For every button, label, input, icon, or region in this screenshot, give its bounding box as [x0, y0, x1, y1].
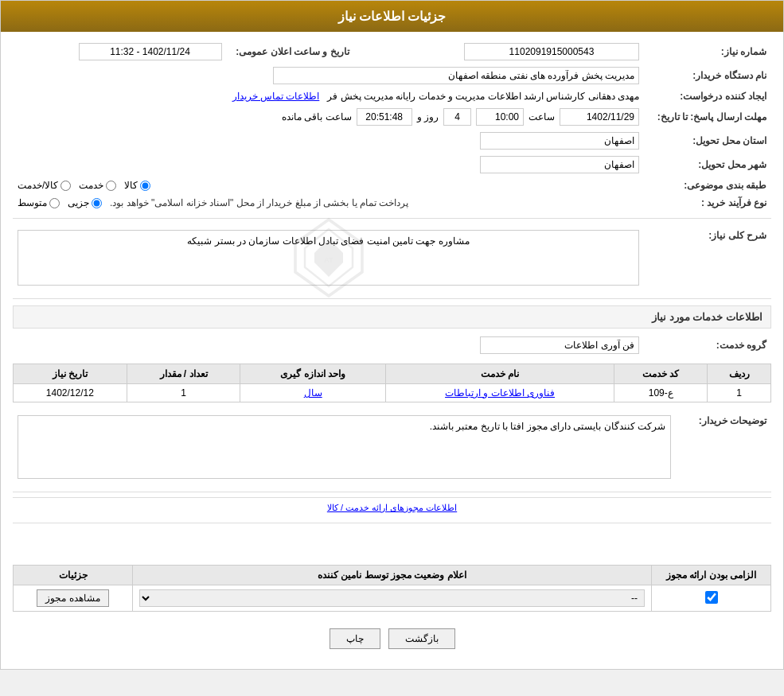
content-area: شماره نیاز: تاریخ و ساعت اعلان عمومی: نا…: [1, 32, 783, 669]
time-label: ساعت: [529, 111, 555, 122]
perm-details-cell: مشاهده مجوز: [14, 585, 133, 612]
col-row: ردیف: [708, 364, 771, 384]
city-label: شهر محل تحویل:: [644, 153, 771, 177]
category-label: طبقه بندی موضوعی:: [644, 177, 771, 194]
category-kala-khedmat-option[interactable]: کالا/خدمت: [18, 180, 71, 191]
province-label: استان محل تحویل:: [644, 129, 771, 153]
row-code: ع-109: [614, 384, 708, 402]
need-number-input[interactable]: [464, 43, 639, 60]
permissions-link-text[interactable]: اطلاعات مجوزهای ارائه خدمت / کالا: [327, 503, 457, 512]
buyer-org-input[interactable]: [273, 67, 639, 84]
row-quantity: 1: [127, 384, 240, 402]
creator-text: مهدی دهقانی کارشناس ارشد اطلاعات مدیریت …: [327, 91, 639, 102]
perm-status-cell: --: [133, 585, 652, 612]
unit-link[interactable]: سال: [304, 387, 322, 399]
need-description-box: AT مشاوره جهت تامین امنیت فضای تبادل اطل…: [18, 230, 639, 286]
city-row: شهر محل تحویل:: [13, 153, 771, 177]
buyer-notes-row: توضیحات خریدار: شرکت کنندگان بایستی دارا…: [13, 409, 771, 485]
category-row: طبقه بندی موضوعی: کالا/خدمت خدمت: [13, 177, 771, 194]
buyer-notes-box: شرکت کنندگان بایستی دارای مجوز افتا با ت…: [18, 415, 671, 479]
hours-label: ساعت باقی مانده: [282, 111, 352, 122]
purchase-jozi-radio[interactable]: [92, 198, 102, 208]
spacer: [13, 528, 771, 560]
city-input[interactable]: [480, 156, 639, 173]
row-unit: سال: [240, 384, 386, 402]
perm-mandatory-checkbox[interactable]: [705, 591, 718, 604]
category-kala-radio[interactable]: [140, 181, 150, 191]
print-button[interactable]: چاپ: [330, 628, 380, 649]
view-permit-button[interactable]: مشاهده مجوز: [37, 589, 108, 607]
row-num: 1: [708, 384, 771, 402]
deadline-hours-input[interactable]: [357, 108, 412, 126]
category-kala-label: کالا: [124, 180, 138, 191]
deadline-date-input[interactable]: [560, 108, 639, 126]
permissions-table-body: -- مشاهده مجوز: [14, 585, 771, 612]
row-name: فناوری اطلاعات و ارتباطات: [386, 384, 614, 402]
svg-text:AT: AT: [324, 255, 333, 264]
city-value: [13, 153, 644, 177]
buyer-notes-text: شرکت کنندگان بایستی دارای مجوز افتا با ت…: [430, 421, 665, 432]
creator-link[interactable]: اطلاعات تماس خریدار: [232, 91, 320, 102]
buyer-notes-content: شرکت کنندگان بایستی دارای مجوز افتا با ت…: [13, 409, 676, 485]
purchase-motevaset-option[interactable]: متوسط: [18, 197, 60, 208]
purchase-motevaset-radio[interactable]: [49, 198, 60, 208]
permissions-section: الزامی بودن ارائه مجوز اعلام وضعیت مجوز …: [13, 565, 771, 612]
announce-date-input[interactable]: [79, 43, 222, 60]
province-row: استان محل تحویل:: [13, 129, 771, 153]
buyer-notes-table: توضیحات خریدار: شرکت کنندگان بایستی دارا…: [13, 409, 771, 485]
service-group-input[interactable]: [480, 336, 639, 354]
watermark-logo: AT: [281, 210, 376, 305]
days-label: روز و: [417, 111, 439, 122]
category-khedmat-radio[interactable]: [106, 181, 116, 191]
permissions-table-head: الزامی بودن ارائه مجوز اعلام وضعیت مجوز …: [14, 566, 771, 585]
permissions-header-row: الزامی بودن ارائه مجوز اعلام وضعیت مجوز …: [14, 566, 771, 585]
deadline-label: مهلت ارسال پاسخ: تا تاریخ:: [644, 105, 771, 129]
service-group-table: گروه خدمت:: [13, 333, 771, 357]
purchase-jozi-label: جزیی: [68, 197, 89, 208]
creator-label: ایجاد کننده درخواست:: [644, 87, 771, 105]
deadline-row: مهلت ارسال پاسخ: تا تاریخ: ساعت روز و سا…: [13, 105, 771, 129]
page-title: جزئیات اطلاعات نیاز: [338, 10, 447, 23]
col-date: تاریخ نیاز: [14, 364, 127, 384]
need-number-value: [386, 40, 644, 64]
need-number-label: شماره نیاز:: [644, 40, 771, 64]
category-value: کالا/خدمت خدمت کالا: [13, 177, 644, 194]
permissions-table: الزامی بودن ارائه مجوز اعلام وضعیت مجوز …: [13, 565, 771, 612]
purchase-description: پرداخت تمام یا بخشی از مبلغ خریدار از مح…: [110, 197, 408, 208]
category-kala-option[interactable]: کالا: [124, 180, 150, 191]
category-khedmat-label: خدمت: [79, 180, 103, 191]
creator-row: ایجاد کننده درخواست: مهدی دهقانی کارشناس…: [13, 87, 771, 105]
divider-3: [13, 492, 771, 492]
col-unit: واحد اندازه گیری: [240, 364, 386, 384]
back-button[interactable]: بازگشت: [388, 628, 455, 649]
services-table: ردیف کد خدمت نام خدمت واحد اندازه گیری ت…: [13, 364, 771, 402]
col-name: نام خدمت: [386, 364, 614, 384]
permissions-footer-link[interactable]: اطلاعات مجوزهای ارائه خدمت / کالا: [13, 497, 771, 518]
province-value: [13, 129, 644, 153]
page-container: جزئیات اطلاعات نیاز شماره نیاز: تاریخ و …: [0, 0, 784, 670]
deadline-days-input[interactable]: [443, 108, 471, 126]
perm-col-status: اعلام وضعیت مجوز توسط نامین کننده: [133, 566, 652, 585]
need-number-row: شماره نیاز: تاریخ و ساعت اعلان عمومی:: [13, 40, 771, 64]
announce-date-value: [13, 40, 227, 64]
need-description-table: شرح کلی نیاز: AT مشاوره جهت تامین امنیت …: [13, 224, 771, 292]
perm-mandatory-cell: [652, 585, 771, 612]
category-kala-khedmat-radio[interactable]: [60, 181, 71, 191]
col-code: کد خدمت: [614, 364, 708, 384]
need-description-row: شرح کلی نیاز: AT مشاوره جهت تامین امنیت …: [13, 224, 771, 292]
buyer-org-row: نام دستگاه خریدار:: [13, 64, 771, 87]
need-description-label: شرح کلی نیاز:: [644, 224, 771, 292]
announce-date-label: تاریخ و ساعت اعلان عمومی:: [227, 40, 354, 64]
deadline-time-input[interactable]: [476, 108, 524, 126]
province-input[interactable]: [480, 132, 639, 150]
purchase-jozi-option[interactable]: جزیی: [68, 197, 102, 208]
perm-status-select[interactable]: --: [139, 589, 645, 607]
category-khedmat-option[interactable]: خدمت: [79, 180, 116, 191]
service-group-value: [13, 333, 644, 357]
deadline-value: ساعت روز و ساعت باقی مانده: [13, 105, 644, 129]
main-info-table: شماره نیاز: تاریخ و ساعت اعلان عمومی: نا…: [13, 40, 771, 212]
category-kala-khedmat-label: کالا/خدمت: [18, 180, 58, 191]
table-row: 1 ع-109 فناوری اطلاعات و ارتباطات سال 1 …: [14, 384, 771, 402]
perm-table-row: -- مشاهده مجوز: [14, 585, 771, 612]
service-name-link[interactable]: فناوری اطلاعات و ارتباطات: [445, 387, 555, 399]
